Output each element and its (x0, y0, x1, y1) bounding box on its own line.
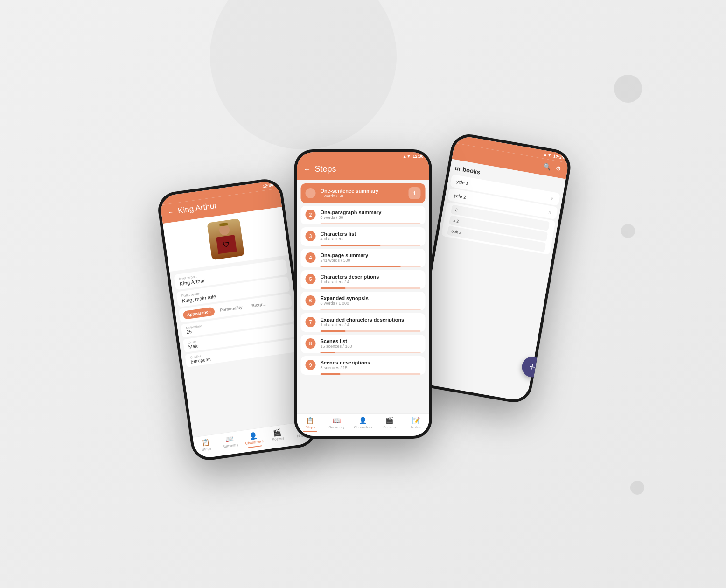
step-progress-6 (321, 309, 421, 310)
step-title-6: Expanded synopsis (321, 295, 421, 301)
step-progress-fill-5 (321, 287, 346, 289)
center-signal: ▲▼ (403, 154, 411, 159)
step-title-1: One-sentence summary (321, 188, 404, 194)
left-back-icon[interactable]: ← (167, 208, 175, 217)
center-phone-screen: ▲▼ 12:30 ← Steps ⋮ One-sentence summary … (297, 152, 429, 436)
bg-decoration-2 (614, 75, 642, 103)
center-bottom-nav: 📋 Steps 📖 Summary 👤 Characters 🎬 Scenes … (297, 413, 429, 436)
step-content-1: One-sentence summary 0 words / 50 (321, 188, 404, 198)
step-subtitle-8: 15 scences / 100 (321, 344, 421, 349)
center-chars-label: Characters (354, 425, 372, 429)
left-steps-icon: 📋 (201, 438, 210, 447)
step-progress-fill-4 (321, 266, 401, 267)
center-title: Steps (315, 164, 412, 174)
step-progress-3 (321, 245, 421, 246)
scene-container: 12:30 ← King Arthur (153, 37, 573, 551)
left-time: 12:30 (262, 182, 273, 189)
step-content-6: Expanded synopsis 0 words / 1 000 (321, 295, 421, 306)
step-item-1[interactable]: One-sentence summary 0 words / 50 ℹ (301, 183, 426, 203)
center-back-icon[interactable]: ← (304, 165, 311, 174)
center-steps-list: One-sentence summary 0 words / 50 ℹ 2 On… (297, 180, 429, 413)
right-time: 12:30 (553, 154, 564, 160)
center-nav-notes[interactable]: 📝 Notes (403, 417, 429, 432)
step-info-btn-1[interactable]: ℹ (409, 187, 421, 199)
step-subtitle-1: 0 words / 50 (321, 194, 404, 198)
left-nav-steps[interactable]: 📋 Steps (193, 437, 219, 455)
step-item-4[interactable]: 4 One-page summary 241 words / 300 (301, 249, 426, 267)
right-phone: ▲▼ 12:30 🔍 ⚙ ur books ycle 1 ∨ ycle 2 ∧ (409, 132, 573, 406)
left-phone-screen: 12:30 ← King Arthur (159, 180, 315, 459)
step-num-5: 5 (306, 274, 316, 284)
center-status-bar: ▲▼ 12:30 (297, 152, 429, 161)
step-subtitle-3: 4 characters (321, 237, 421, 241)
step-subtitle-9: 3 scences / 15 (321, 365, 421, 370)
step-item-9[interactable]: 9 Scenes descriptions 3 scences / 15 (301, 356, 426, 375)
step-content-4: One-page summary 241 words / 300 (321, 252, 421, 263)
step-content-2: One-paragraph summary 0 words / 50 (321, 210, 421, 220)
char-tab-biogr[interactable]: Biogr... (247, 299, 270, 310)
step-progress-fill-3 (321, 245, 381, 246)
right-settings-icon[interactable]: ⚙ (555, 165, 561, 173)
step-num-1 (306, 188, 316, 198)
step-num-7: 7 (306, 317, 316, 327)
center-summary-label: Summary (328, 425, 344, 429)
step-item-5[interactable]: 5 Characters descriptions 1 characters /… (301, 270, 426, 289)
center-scenes-icon: 🎬 (385, 417, 393, 424)
center-nav-characters[interactable]: 👤 Characters (350, 417, 377, 432)
left-summary-icon: 📖 (225, 435, 234, 443)
center-menu-icon[interactable]: ⋮ (415, 165, 423, 174)
char-avatar: 🛡 (207, 218, 244, 260)
step-content-7: Expanded characters descriptions 1 chara… (321, 317, 421, 327)
step-item-2[interactable]: 2 One-paragraph summary 0 words / 50 (301, 206, 426, 224)
step-item-6[interactable]: 6 Expanded synopsis 0 words / 1 000 (301, 292, 426, 310)
step-progress-fill-8 (321, 352, 335, 353)
center-notes-icon: 📝 (412, 417, 420, 424)
right-item-title-2: ycle 2 (454, 193, 467, 200)
right-content: ur books ycle 1 ∨ ycle 2 ∧ 2 k 2 ook 2 (412, 159, 565, 402)
right-chevron-2: ∧ (548, 209, 552, 215)
center-summary-icon: 📖 (333, 417, 341, 424)
step-title-4: One-page summary (321, 252, 421, 258)
step-progress-7 (321, 330, 421, 332)
step-title-2: One-paragraph summary (321, 210, 421, 215)
bg-decoration-4 (630, 481, 644, 495)
step-item-7[interactable]: 7 Expanded characters descriptions 1 cha… (301, 313, 426, 332)
step-subtitle-7: 1 characters / 4 (321, 322, 421, 327)
char-fields: Имя героя King Arthur Роль героя King, m… (169, 255, 312, 437)
step-progress-8 (321, 352, 421, 353)
center-chars-icon: 👤 (359, 417, 367, 424)
center-steps-icon: 📋 (306, 417, 314, 424)
step-progress-fill-7 (321, 330, 346, 332)
step-subtitle-2: 0 words / 50 (321, 215, 421, 220)
step-num-6: 6 (306, 295, 316, 306)
left-nav-characters[interactable]: 👤 Characters (241, 430, 267, 449)
step-progress-4 (321, 266, 421, 267)
right-search-icon[interactable]: 🔍 (543, 162, 551, 171)
char-tab-appearance[interactable]: Appearance (182, 307, 215, 320)
left-steps-label: Steps (202, 446, 212, 452)
step-title-5: Characters descriptions (321, 274, 421, 280)
step-progress-2 (321, 223, 421, 224)
left-summary-label: Summary (222, 442, 238, 449)
center-phone: ▲▼ 12:30 ← Steps ⋮ One-sentence summary … (294, 149, 432, 439)
left-chars-icon: 👤 (249, 431, 258, 440)
center-nav-summary[interactable]: 📖 Summary (323, 417, 350, 432)
center-nav-scenes[interactable]: 🎬 Scenes (376, 417, 403, 432)
center-nav-steps[interactable]: 📋 Steps (297, 417, 324, 432)
step-item-3[interactable]: 3 Characters list 4 characters (301, 227, 426, 246)
step-num-4: 4 (306, 252, 316, 263)
step-title-7: Expanded characters descriptions (321, 317, 421, 322)
step-progress-9 (321, 373, 421, 375)
left-nav-scenes[interactable]: 🎬 Scenes (265, 427, 291, 446)
step-num-8: 8 (306, 338, 316, 349)
left-char-content: 🛡 Имя героя King Arthur Роль героя (163, 207, 312, 437)
right-chevron-1: ∨ (550, 196, 554, 201)
step-subtitle-4: 241 words / 300 (321, 258, 421, 263)
step-content-5: Characters descriptions 1 characters / 4 (321, 274, 421, 284)
step-content-8: Scenes list 15 scences / 100 (321, 338, 421, 349)
right-signal: ▲▼ (543, 152, 551, 158)
left-nav-summary[interactable]: 📖 Summary (217, 434, 243, 452)
right-phone-screen: ▲▼ 12:30 🔍 ⚙ ur books ycle 1 ∨ ycle 2 ∧ (412, 135, 570, 402)
step-item-8[interactable]: 8 Scenes list 15 scences / 100 (301, 335, 426, 353)
char-tab-personality[interactable]: Personality (216, 302, 246, 315)
